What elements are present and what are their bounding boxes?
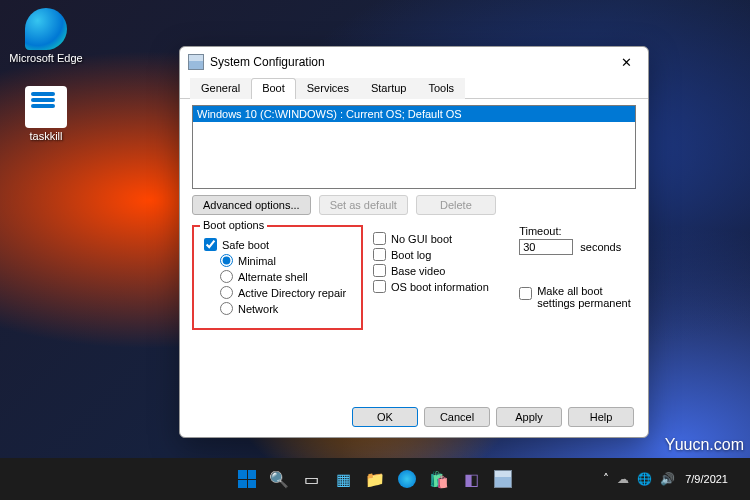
taskbar: 🔍 ▭ ▦ 📁 🛍️ ◧ ˄ ☁ 🌐 🔊 7/9/2021 bbox=[0, 458, 750, 500]
timeout-unit: seconds bbox=[580, 241, 621, 253]
store-button[interactable]: 🛍️ bbox=[425, 465, 453, 493]
make-permanent-input[interactable] bbox=[519, 287, 532, 300]
app-icon: ◧ bbox=[464, 470, 479, 489]
ad-repair-radio[interactable]: Active Directory repair bbox=[220, 286, 351, 299]
no-gui-boot-checkbox[interactable]: No GUI boot bbox=[373, 232, 509, 245]
safe-boot-checkbox[interactable]: Safe boot bbox=[204, 238, 351, 251]
base-video-checkbox[interactable]: Base video bbox=[373, 264, 509, 277]
timeout-label: Timeout: bbox=[519, 225, 636, 237]
taskbar-center: 🔍 ▭ ▦ 📁 🛍️ ◧ bbox=[233, 465, 517, 493]
tab-strip: General Boot Services Startup Tools bbox=[180, 77, 648, 99]
app-icon bbox=[188, 54, 204, 70]
os-boot-info-checkbox[interactable]: OS boot information bbox=[373, 280, 509, 293]
alt-shell-input[interactable] bbox=[220, 270, 233, 283]
tab-tools[interactable]: Tools bbox=[417, 78, 465, 99]
set-default-button: Set as default bbox=[319, 195, 408, 215]
minimal-input[interactable] bbox=[220, 254, 233, 267]
boot-log-input[interactable] bbox=[373, 248, 386, 261]
boot-entries-list[interactable]: Windows 10 (C:\WINDOWS) : Current OS; De… bbox=[192, 105, 636, 189]
msconfig-icon bbox=[494, 470, 512, 488]
onedrive-icon[interactable]: ☁ bbox=[617, 472, 629, 486]
show-desktop-button[interactable] bbox=[738, 458, 742, 500]
network-input[interactable] bbox=[220, 302, 233, 315]
apply-button[interactable]: Apply bbox=[496, 407, 562, 427]
titlebar[interactable]: System Configuration ✕ bbox=[180, 47, 648, 77]
edge-icon bbox=[25, 8, 67, 50]
tray-overflow-icon[interactable]: ˄ bbox=[603, 472, 609, 486]
store-icon: 🛍️ bbox=[429, 470, 449, 489]
tab-services[interactable]: Services bbox=[296, 78, 360, 99]
task-view-button[interactable]: ▭ bbox=[297, 465, 325, 493]
widgets-button[interactable]: ▦ bbox=[329, 465, 357, 493]
boot-log-checkbox[interactable]: Boot log bbox=[373, 248, 509, 261]
widgets-icon: ▦ bbox=[336, 470, 351, 489]
search-button[interactable]: 🔍 bbox=[265, 465, 293, 493]
group-legend: Boot options bbox=[200, 219, 267, 231]
timeout-group: Timeout: seconds Make all boot settings … bbox=[519, 225, 636, 330]
desktop-icon-label: taskkill bbox=[8, 130, 84, 143]
alternate-shell-radio[interactable]: Alternate shell bbox=[220, 270, 351, 283]
system-configuration-window: System Configuration ✕ General Boot Serv… bbox=[179, 46, 649, 438]
minimal-radio[interactable]: Minimal bbox=[220, 254, 351, 267]
tab-startup[interactable]: Startup bbox=[360, 78, 417, 99]
boot-options-group: Boot options Safe boot Minimal Alternate… bbox=[192, 225, 363, 330]
delete-button: Delete bbox=[416, 195, 496, 215]
dialog-button-row: OK Cancel Apply Help bbox=[352, 407, 634, 427]
safe-boot-input[interactable] bbox=[204, 238, 217, 251]
advanced-options-button[interactable]: Advanced options... bbox=[192, 195, 311, 215]
mid-options: No GUI boot Boot log Base video OS boot … bbox=[373, 225, 509, 330]
desktop-icon-edge[interactable]: Microsoft Edge bbox=[8, 8, 84, 65]
document-icon bbox=[25, 86, 67, 128]
help-button[interactable]: Help bbox=[568, 407, 634, 427]
start-button[interactable] bbox=[233, 465, 261, 493]
search-icon: 🔍 bbox=[269, 470, 289, 489]
folder-icon: 📁 bbox=[365, 470, 385, 489]
os-boot-info-input[interactable] bbox=[373, 280, 386, 293]
base-video-input[interactable] bbox=[373, 264, 386, 277]
task-view-icon: ▭ bbox=[304, 470, 319, 489]
clock[interactable]: 7/9/2021 bbox=[685, 473, 728, 485]
edge-taskbar-button[interactable] bbox=[393, 465, 421, 493]
tab-general[interactable]: General bbox=[190, 78, 251, 99]
tab-content-boot: Windows 10 (C:\WINDOWS) : Current OS; De… bbox=[180, 99, 648, 340]
watermark-text: Yuucn.com bbox=[665, 436, 744, 454]
system-tray: ˄ ☁ 🌐 🔊 7/9/2021 bbox=[603, 458, 742, 500]
timeout-input[interactable] bbox=[519, 239, 573, 255]
window-title: System Configuration bbox=[210, 55, 325, 69]
make-permanent-checkbox[interactable]: Make all boot settings permanent bbox=[519, 285, 636, 309]
ad-repair-input[interactable] bbox=[220, 286, 233, 299]
desktop-icon-taskkill[interactable]: taskkill bbox=[8, 86, 84, 143]
msconfig-taskbar-button[interactable] bbox=[489, 465, 517, 493]
windows-logo-icon bbox=[238, 470, 256, 488]
no-gui-input[interactable] bbox=[373, 232, 386, 245]
tray-icons: ˄ ☁ 🌐 🔊 bbox=[603, 472, 675, 486]
network-icon[interactable]: 🌐 bbox=[637, 472, 652, 486]
boot-entry-selected[interactable]: Windows 10 (C:\WINDOWS) : Current OS; De… bbox=[193, 106, 635, 122]
volume-icon[interactable]: 🔊 bbox=[660, 472, 675, 486]
explorer-button[interactable]: 📁 bbox=[361, 465, 389, 493]
tab-boot[interactable]: Boot bbox=[251, 78, 296, 99]
edge-icon bbox=[398, 470, 416, 488]
close-button[interactable]: ✕ bbox=[613, 51, 640, 74]
ok-button[interactable]: OK bbox=[352, 407, 418, 427]
desktop-icon-label: Microsoft Edge bbox=[8, 52, 84, 65]
pinned-app-button[interactable]: ◧ bbox=[457, 465, 485, 493]
taskbar-date: 7/9/2021 bbox=[685, 473, 728, 485]
network-radio[interactable]: Network bbox=[220, 302, 351, 315]
cancel-button[interactable]: Cancel bbox=[424, 407, 490, 427]
